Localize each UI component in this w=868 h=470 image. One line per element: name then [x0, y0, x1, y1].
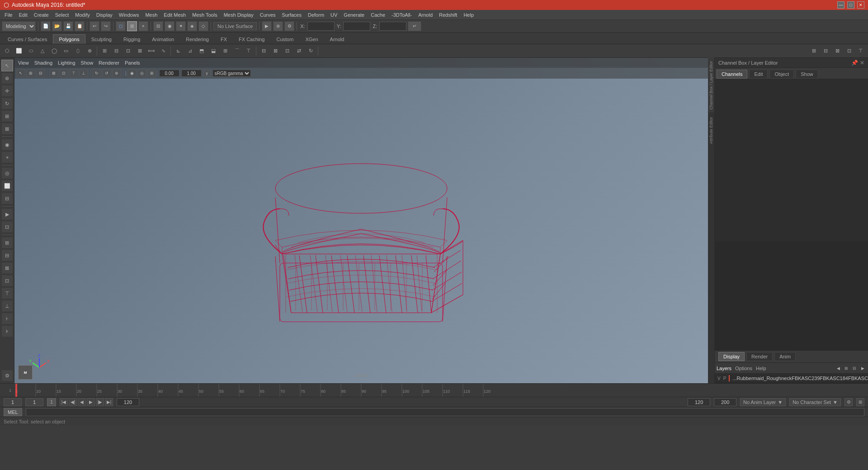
disc-icon-btn[interactable]: ⬯ — [72, 46, 83, 56]
vt-btn4[interactable]: ⊠ — [49, 69, 58, 77]
snap-curve-btn[interactable]: ◉ — [165, 21, 175, 31]
lasso-tool[interactable]: ⌖ — [1, 151, 13, 163]
menu-arnold[interactable]: Arnold — [415, 11, 435, 19]
channel-box-layer-editor-tab[interactable]: Channel Box / Layer Editor — [708, 58, 714, 113]
append-btn[interactable]: ⬓ — [208, 46, 219, 56]
go-start-btn[interactable]: |◀ — [60, 398, 68, 406]
display-mode-tool[interactable]: ⬜ — [1, 180, 13, 192]
render-btn[interactable]: ▶ — [262, 21, 272, 31]
extract-btn[interactable]: ⊡ — [123, 46, 133, 56]
snap-surface-btn[interactable]: ◈ — [187, 21, 197, 31]
tab-xgen[interactable]: XGen — [299, 34, 324, 44]
new-file-btn[interactable]: 📄 — [41, 21, 51, 31]
combine-btn[interactable]: ⊞ — [99, 46, 110, 56]
menu-mesh[interactable]: Mesh — [142, 11, 160, 19]
menu-windows[interactable]: Windows — [116, 11, 142, 19]
render-settings-btn[interactable]: ⚙ — [284, 21, 294, 31]
menu-redshift[interactable]: Redshift — [436, 11, 460, 19]
status-icon2[interactable]: ⊟ — [820, 46, 831, 56]
save-as-btn[interactable]: 📋 — [75, 21, 85, 31]
vt-btn3[interactable]: ⊟ — [36, 69, 45, 77]
extra-tool5[interactable]: ⊤ — [1, 287, 13, 299]
bottom-tool[interactable]: ⚙ — [1, 370, 13, 381]
no-live-surface-btn[interactable]: No Live Surface — [213, 22, 257, 30]
status-icon1[interactable]: ⊞ — [808, 46, 819, 56]
menu-edit-mesh[interactable]: Edit Mesh — [161, 11, 189, 19]
tab-rendering[interactable]: Rendering — [180, 34, 215, 44]
layer-btn3[interactable]: ⊟ — [851, 365, 858, 372]
extrude-btn[interactable]: ⊾ — [173, 46, 184, 56]
menu-modify[interactable]: Modify — [72, 11, 92, 19]
menu-deform[interactable]: Deform — [305, 11, 327, 19]
near-clip-input[interactable] — [159, 70, 179, 77]
extra-tool7[interactable]: ⊦ — [1, 313, 13, 324]
camera-tool[interactable]: ⊡ — [1, 221, 13, 233]
open-file-btn[interactable]: 📂 — [52, 21, 62, 31]
playback-speed[interactable] — [688, 398, 710, 406]
workspace-dropdown[interactable]: Modeling — [2, 21, 36, 31]
viewport[interactable]: View Shading Lighting Show Renderer Pane… — [14, 58, 708, 383]
separate-btn[interactable]: ⊟ — [111, 46, 122, 56]
vp-menu-panels[interactable]: Panels — [125, 60, 140, 66]
pipe-icon-btn[interactable]: ⊕ — [84, 46, 95, 56]
vt-btn9[interactable]: ↺ — [102, 69, 111, 77]
boolean-btn[interactable]: ⊠ — [134, 46, 145, 56]
split-mesh-btn[interactable]: ⊤ — [243, 46, 254, 56]
cb-pin-btn[interactable]: 📌 — [851, 60, 858, 66]
coord-y-input[interactable] — [343, 22, 370, 31]
snap-normal-btn[interactable]: ◇ — [198, 21, 208, 31]
undo-btn[interactable]: ↩ — [90, 21, 99, 31]
cb-close-btn[interactable]: ✕ — [860, 60, 864, 66]
fill-hole-btn[interactable]: ⬒ — [196, 46, 207, 56]
tab-polygons[interactable]: Polygons — [53, 34, 85, 44]
object-tab[interactable]: Object — [769, 70, 794, 79]
bridge-btn[interactable]: ⊿ — [184, 46, 195, 56]
vp-menu-lighting[interactable]: Lighting — [58, 60, 75, 66]
mirror-btn[interactable]: ⟺ — [146, 46, 157, 56]
torus-icon-btn[interactable]: ◯ — [49, 46, 60, 56]
menu-mesh-tools[interactable]: Mesh Tools — [189, 11, 220, 19]
tab-sculpting[interactable]: Sculpting — [85, 34, 118, 44]
cube-icon-btn[interactable]: ⬜ — [14, 46, 24, 56]
status-icon4[interactable]: ⊡ — [844, 46, 854, 56]
extra-tool1[interactable]: ⊞ — [1, 237, 13, 249]
snap-point-btn[interactable]: ✦ — [176, 21, 186, 31]
move-tool[interactable]: ✛ — [1, 85, 13, 97]
coord-x-input[interactable] — [307, 22, 335, 31]
menu-help[interactable]: Help — [461, 11, 476, 19]
sphere-icon-btn[interactable]: ⬡ — [2, 46, 13, 56]
go-end-btn[interactable]: ▶| — [105, 398, 113, 406]
close-button[interactable]: ✕ — [857, 1, 864, 9]
vp-menu-renderer[interactable]: Renderer — [99, 60, 119, 66]
menu-generate[interactable]: Generate — [341, 11, 367, 19]
redo-btn[interactable]: ↪ — [101, 21, 111, 31]
layers-tab-btn[interactable]: Layers — [717, 366, 731, 371]
menu-edit[interactable]: Edit — [16, 11, 30, 19]
plane-icon-btn[interactable]: ▭ — [61, 46, 71, 56]
menu-uv[interactable]: UV — [328, 11, 340, 19]
tab-animation[interactable]: Animation — [146, 34, 180, 44]
vt-btn6[interactable]: ⊤ — [69, 69, 78, 77]
select-mode-btn[interactable]: ◻ — [116, 21, 126, 31]
rotate-tool[interactable]: ↻ — [1, 98, 13, 109]
cylinder-icon-btn[interactable]: ⬭ — [25, 46, 36, 56]
select-btn[interactable]: ⊞ — [127, 21, 137, 31]
status-icon3[interactable]: ⊠ — [832, 46, 843, 56]
tab-custom[interactable]: Custom — [271, 34, 300, 44]
duplicate-face-btn[interactable]: ⊞ — [220, 46, 231, 56]
cone-icon-btn[interactable]: △ — [37, 46, 48, 56]
tab-rigging[interactable]: Rigging — [118, 34, 146, 44]
far-clip-input[interactable] — [181, 70, 202, 77]
end-frame-input[interactable] — [117, 398, 139, 406]
offset-edge-btn[interactable]: ⊠ — [270, 46, 281, 56]
anim-tab[interactable]: Anim — [774, 352, 796, 361]
lasso-btn[interactable]: ⌖ — [138, 21, 148, 31]
layer-arrow-left-btn[interactable]: ◀ — [835, 365, 842, 372]
anim-settings-btn[interactable]: ⚙ — [844, 398, 853, 406]
vt-btn2[interactable]: ⊞ — [26, 69, 35, 77]
help-tab-btn[interactable]: Help — [756, 366, 766, 371]
menu-mesh-display[interactable]: Mesh Display — [221, 11, 256, 19]
save-file-btn[interactable]: 💾 — [63, 21, 73, 31]
soft-select-tool[interactable]: ◉ — [1, 139, 13, 150]
show-hide-tool[interactable]: ◎ — [1, 167, 13, 179]
